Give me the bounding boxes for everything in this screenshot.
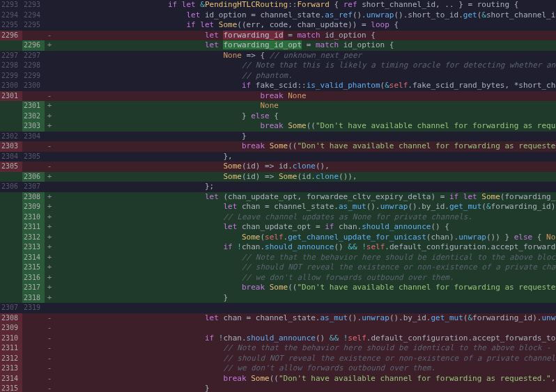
diff-line[interactable]: 2301+ None <box>0 101 556 111</box>
code-content: } else { <box>54 111 556 122</box>
line-number-old: 2300 <box>0 81 22 91</box>
diff-line[interactable]: 2308+ let (chan_update_opt, forwardee_cl… <box>0 192 556 203</box>
line-number-new: 2311 <box>22 222 45 233</box>
diff-marker: + <box>45 283 54 293</box>
diff-line[interactable]: 2318+ } <box>0 293 556 304</box>
diff-line[interactable]: 2314- break Some(("Don't have available … <box>0 374 556 384</box>
line-number-new: 2298 <box>22 61 45 71</box>
diff-line[interactable]: 2312+ Some(self.get_channel_update_for_u… <box>0 233 556 243</box>
diff-line[interactable]: 22932293 if let &PendingHTLCRouting::For… <box>0 0 556 10</box>
line-number-new: 2297 <box>22 51 45 61</box>
diff-line[interactable]: 2313+ if !chan.should_announce() && !sel… <box>0 242 556 253</box>
diff-line[interactable]: 22952295 if let Some((err, code, chan_up… <box>0 20 556 31</box>
diff-marker: + <box>45 242 54 253</box>
line-number-new: 2299 <box>22 71 45 81</box>
code-content: let forwarding_id = match id_option { <box>54 31 556 41</box>
diff-line[interactable]: 2308- let chan = channel_state.as_mut().… <box>0 313 556 324</box>
line-number-old: 2295 <box>0 20 22 31</box>
line-number-old: 2308 <box>0 313 22 324</box>
diff-line[interactable]: 23002300 if fake_scid::is_valid_phantom(… <box>0 81 556 91</box>
diff-line[interactable]: 2310- if !chan.should_announce() && !sel… <box>0 334 556 344</box>
line-number-new: 2307 <box>22 182 45 192</box>
diff-line[interactable]: 2296- let forwarding_id = match id_optio… <box>0 31 556 41</box>
line-number-new: 2296 <box>22 40 45 51</box>
diff-line[interactable]: 2309- <box>0 323 556 334</box>
line-number-old: 2306 <box>0 182 22 192</box>
line-number-new: 2314 <box>22 253 45 263</box>
code-content: // Note that the behavior here should be… <box>54 343 556 354</box>
code-content: if let Some((err, code, chan_update)) = … <box>54 20 556 31</box>
line-number-new: 2300 <box>22 81 45 91</box>
diff-marker: + <box>45 253 54 263</box>
diff-marker: + <box>45 121 54 132</box>
diff-line[interactable]: 2301- break None <box>0 91 556 102</box>
diff-marker: - <box>45 313 54 324</box>
diff-line[interactable]: 22982298 // Note that this is likely a t… <box>0 61 556 71</box>
diff-line[interactable]: 2315+ // should NOT reveal the existence… <box>0 262 556 273</box>
code-content: if fake_scid::is_valid_phantom(&self.fak… <box>54 81 556 91</box>
diff-marker: - <box>45 374 54 384</box>
diff-line[interactable]: 22942294 let id_option = channel_state.a… <box>0 10 556 21</box>
diff-marker: + <box>45 111 54 122</box>
line-number-old: 2310 <box>0 334 22 344</box>
code-content: break Some(("Don't have available channe… <box>54 283 556 293</box>
code-content: let (chan_update_opt, forwardee_cltv_exp… <box>54 192 556 203</box>
diff-line[interactable]: 2303+ break Some(("Don't have available … <box>0 121 556 132</box>
line-number-old: 2299 <box>0 71 22 81</box>
code-content: // Leave channel updates as None for pri… <box>54 212 556 223</box>
code-content: break Some(("Don't have available channe… <box>54 374 556 384</box>
diff-marker: + <box>45 212 54 223</box>
diff-line[interactable]: 2317+ break Some(("Don't have available … <box>0 283 556 293</box>
line-number-new: 2308 <box>22 192 45 203</box>
line-number-old: 2305 <box>0 162 22 172</box>
diff-marker: + <box>45 222 54 233</box>
code-content: Some(self.get_channel_update_for_unicast… <box>54 233 556 243</box>
line-number-new: 2301 <box>22 101 45 111</box>
diff-line[interactable]: 2311- // Note that the behavior here sho… <box>0 343 556 354</box>
diff-line[interactable]: 23062307 }; <box>0 182 556 192</box>
diff-line[interactable]: 2313- // we don't allow forwards outboun… <box>0 363 556 374</box>
line-number-new: 2310 <box>22 212 45 223</box>
diff-marker: + <box>45 202 54 212</box>
diff-line[interactable]: 2310+ // Leave channel updates as None f… <box>0 212 556 223</box>
code-content: // Note that this is likely a timing ora… <box>54 61 556 71</box>
diff-marker: - <box>45 323 54 334</box>
code-content: let chan_update_opt = if chan.should_ann… <box>54 222 556 233</box>
diff-marker: - <box>45 141 54 152</box>
diff-line[interactable]: 23022304 } <box>0 132 556 142</box>
code-content: } <box>54 384 556 392</box>
line-number-old: 2312 <box>0 354 22 364</box>
line-number-new: 2302 <box>22 111 45 122</box>
diff-line[interactable]: 2306+ Some(id) => Some(id.clone()), <box>0 172 556 182</box>
diff-line[interactable]: 2312- // should NOT reveal the existence… <box>0 354 556 364</box>
diff-marker: - <box>45 334 54 344</box>
diff-line[interactable]: 2316+ // we don't allow forwards outboun… <box>0 273 556 283</box>
diff-marker: - <box>45 354 54 364</box>
line-number-old: 2301 <box>0 91 22 102</box>
diff-line[interactable]: 2311+ let chan_update_opt = if chan.shou… <box>0 222 556 233</box>
diff-line[interactable]: 2296+ let forwarding_id_opt = match id_o… <box>0 40 556 51</box>
diff-line[interactable]: 22972297 None => { // unknown_next_peer <box>0 51 556 61</box>
code-content: if !chan.should_announce() && !self.defa… <box>54 242 556 253</box>
code-content: let chan = channel_state.as_mut().unwrap… <box>54 202 556 212</box>
line-number-new: 2306 <box>22 172 45 182</box>
diff-line[interactable]: 2309+ let chan = channel_state.as_mut().… <box>0 202 556 212</box>
diff-line[interactable]: 2303- break Some(("Don't have available … <box>0 141 556 152</box>
diff-marker: - <box>45 363 54 374</box>
diff-line[interactable]: 22992299 // phantom. <box>0 71 556 81</box>
diff-line[interactable]: 23072319 <box>0 303 556 313</box>
line-number-new: 2293 <box>22 0 45 10</box>
diff-line[interactable]: 2305- Some(id) => id.clone(), <box>0 162 556 172</box>
line-number-old: 2311 <box>0 343 22 354</box>
code-content: // we don't allow forwards outbound over… <box>54 273 556 283</box>
line-number-new: 2295 <box>22 20 45 31</box>
line-number-old: 2296 <box>0 31 22 41</box>
code-content: if let &PendingHTLCRouting::Forward { re… <box>54 0 556 10</box>
diff-line[interactable]: 2302+ } else { <box>0 111 556 122</box>
diff-marker: - <box>45 31 54 41</box>
line-number-new: 2319 <box>22 303 45 313</box>
diff-line[interactable]: 23042305 }, <box>0 152 556 162</box>
diff-line[interactable]: 2315- } <box>0 384 556 392</box>
diff-line[interactable]: 2314+ // Note that the behavior here sho… <box>0 253 556 263</box>
code-content: let chan = channel_state.as_mut().unwrap… <box>54 313 556 324</box>
